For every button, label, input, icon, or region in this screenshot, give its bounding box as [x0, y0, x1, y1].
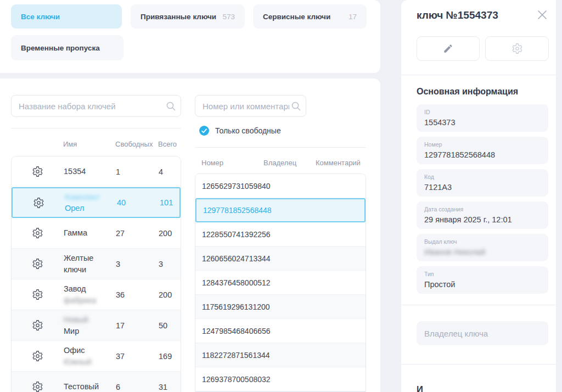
keyset-name: ОфисЮжный	[64, 345, 116, 367]
pencil-icon	[443, 43, 453, 54]
field-value: 1554373	[424, 118, 541, 127]
divider	[401, 75, 556, 75]
keyset-total-count: 200	[159, 229, 181, 238]
gear-icon[interactable]	[32, 381, 43, 392]
tab-1[interactable]: Привязанные ключи573	[131, 4, 245, 29]
key-info-field: Код7121A3	[417, 169, 548, 197]
key-settings-button[interactable]	[485, 36, 549, 61]
divider	[401, 364, 556, 365]
gear-icon[interactable]	[32, 289, 43, 300]
column-number: Номер	[201, 159, 263, 167]
key-number-row[interactable]: 1297781852568448	[195, 198, 366, 222]
key-owner-field[interactable]: Владелец ключа	[417, 321, 548, 345]
keyset-name: НовыйМир	[64, 314, 116, 337]
keyset-table: 1535414 КомплектОрел40101 Гамма27200 Жел…	[11, 156, 181, 392]
tab-3[interactable]: Временные пропуска	[11, 35, 123, 60]
keyset-free-count: 3	[116, 260, 159, 268]
keyset-total-count: 50	[159, 321, 181, 330]
main-panel: Только свободные Имя Свободных Всего 153…	[0, 79, 380, 392]
key-number-row[interactable]: 1260656024713344	[195, 247, 366, 271]
tab-label: Временные пропуска	[21, 44, 100, 52]
keyset-row[interactable]: Гамма27200	[12, 218, 181, 249]
keyset-row[interactable]: Желтыеключи33	[12, 249, 181, 279]
key-info-fields: ID1554373Номер1297781852568448Код7121A3Д…	[417, 104, 548, 299]
key-number-row[interactable]: 1175619296131200	[195, 295, 366, 319]
column-total: Всего	[158, 140, 181, 148]
keyset-row[interactable]: 1535414	[12, 156, 181, 187]
search-icon	[291, 101, 301, 111]
key-number: 1297781852568448	[203, 206, 272, 215]
tab-2[interactable]: Сервисные ключи17	[253, 4, 367, 29]
field-value: Простой	[424, 280, 541, 289]
only-free-checkbox[interactable]: Только свободные	[199, 126, 281, 136]
field-value: Иванов Николай	[424, 248, 541, 256]
keyset-free-count: 17	[116, 321, 159, 330]
keyset-row[interactable]: Заводфабрика36200	[12, 279, 181, 310]
field-label: Дата создания	[424, 206, 541, 212]
key-number-row[interactable]: 1284376458000512	[195, 271, 366, 295]
key-number: 1228550741392256	[202, 230, 271, 239]
keynumber-table-header: Номер Владелец Комментарий	[195, 159, 366, 167]
gear-icon	[512, 43, 523, 54]
key-detail-panel: ключ №1554373 Основная информация ID1554…	[401, 0, 556, 392]
gear-icon[interactable]	[32, 350, 43, 362]
tab-label: Сервисные ключи	[263, 13, 330, 21]
key-number-row[interactable]: 1247985468406656	[195, 319, 366, 343]
keyset-row[interactable]: КомплектОрел40101	[12, 187, 181, 218]
key-info-field: Выдал ключИванов Николай	[417, 234, 548, 261]
keyset-row[interactable]: ОфисЮжный37169	[12, 341, 181, 372]
edit-key-button[interactable]	[417, 36, 480, 61]
tabs-panel: Все ключиПривязанные ключи573Сервисные к…	[0, 0, 380, 73]
key-number: 1247985468406656	[202, 327, 271, 335]
section-title: Основная информация	[417, 87, 518, 97]
close-icon[interactable]	[537, 10, 547, 20]
key-number-row[interactable]: 1182272871561344	[195, 343, 366, 367]
keyset-name: КомплектОрел	[65, 192, 117, 214]
keyset-free-count: 36	[116, 290, 159, 299]
key-number-row[interactable]: 1269378700508032	[195, 367, 366, 391]
key-number: 1182272871561344	[202, 351, 270, 360]
keyset-free-count: 40	[117, 198, 160, 207]
field-value: 1297781852568448	[424, 150, 541, 159]
key-detail-title: ключ №1554373	[417, 9, 498, 21]
keyset-name: Гамма	[64, 227, 116, 238]
field-label: Тип	[424, 271, 541, 277]
tab-label: Все ключи	[21, 13, 60, 21]
field-label: Код	[424, 173, 541, 180]
key-number: 1260656024713344	[202, 254, 271, 263]
key-number-row[interactable]: 1265629731059840	[195, 174, 366, 198]
partial-section-title: И	[417, 384, 423, 392]
column-name: Имя	[63, 140, 115, 148]
column-owner: Владелец	[263, 159, 316, 167]
field-value: 29 января 2025 г., 12:01	[424, 215, 541, 224]
field-label: Номер	[424, 141, 541, 148]
keyset-total-count: 200	[159, 290, 181, 299]
gear-icon[interactable]	[32, 258, 43, 270]
keyset-total-count: 101	[160, 198, 179, 207]
keyset-search-input[interactable]	[12, 96, 181, 116]
gear-icon[interactable]	[32, 227, 43, 239]
keyset-free-count: 37	[116, 352, 159, 361]
keynumber-table: 1265629731059840129778185256844812285507…	[195, 173, 366, 392]
gear-icon[interactable]	[32, 166, 43, 177]
keynumber-search-input[interactable]	[195, 96, 306, 116]
keyset-search[interactable]	[11, 95, 181, 117]
keyset-free-count: 6	[116, 383, 159, 391]
keyset-row[interactable]: Тестовый631	[12, 372, 181, 392]
column-free: Свободных	[115, 140, 158, 148]
keyset-name: Заводфабрика	[64, 283, 116, 306]
gear-icon[interactable]	[33, 197, 44, 209]
gear-icon[interactable]	[32, 320, 43, 331]
tab-0[interactable]: Все ключи	[11, 4, 122, 29]
key-number: 1269378700508032	[202, 375, 271, 384]
keyset-row[interactable]: НовыйМир1750	[12, 310, 181, 341]
tab-label: Привязанные ключи	[140, 13, 216, 21]
column-comment: Комментарий	[316, 159, 366, 167]
keyset-table-header: Имя Свободных Всего	[11, 140, 181, 148]
only-free-label: Только свободные	[215, 126, 281, 135]
checkbox-checked-icon[interactable]	[199, 126, 209, 136]
key-number-row[interactable]: 1228550741392256	[195, 222, 366, 247]
keyset-name: 15354	[64, 166, 116, 177]
divider	[401, 305, 556, 305]
keynumber-search[interactable]	[195, 95, 306, 117]
